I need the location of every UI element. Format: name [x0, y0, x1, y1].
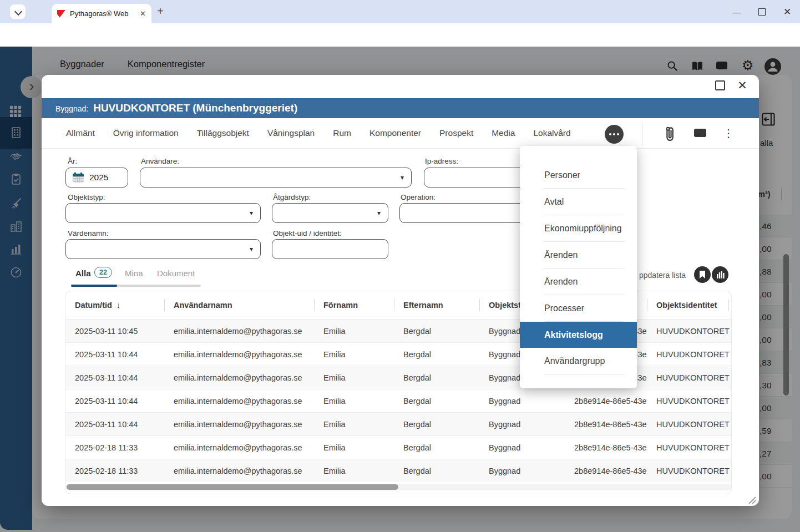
table-header-cell[interactable]: Användarnamn — [164, 301, 314, 310]
tab-dokument[interactable]: Dokument — [157, 268, 195, 278]
table-cell: Emilia — [314, 397, 394, 406]
table-cell: 2025-03-11 10:44 — [65, 397, 164, 406]
window-minimize-button[interactable]: — — [728, 3, 745, 20]
menu-divider — [544, 374, 624, 374]
tab-search-button[interactable] — [10, 4, 26, 19]
ellipsis-icon — [609, 133, 611, 135]
dialog-tab[interactable]: Media — [492, 128, 515, 138]
dialog-tab[interactable]: Rum — [333, 128, 351, 138]
tab-mina[interactable]: Mina — [125, 268, 143, 278]
sort-desc-icon[interactable]: ↓ — [117, 301, 120, 310]
table-horizontal-scrollbar-thumb[interactable] — [67, 484, 398, 490]
menu-item[interactable]: Användargrupp — [520, 348, 637, 374]
tab-close-icon[interactable]: ✕ — [140, 9, 146, 18]
table-cell: Emilia — [314, 327, 394, 336]
dialog-tab[interactable]: Tilläggsobjekt — [197, 128, 249, 138]
tab-alla[interactable]: Alla — [75, 268, 91, 278]
year-value: 2025 — [89, 173, 108, 183]
header-column-divider — [647, 299, 647, 311]
maximize-icon — [715, 80, 725, 90]
objecttype-label: Objektstyp: — [68, 193, 105, 201]
table-header-cell[interactable]: Objektsidentitet — [647, 301, 731, 310]
menu-item[interactable]: Ärenden — [520, 268, 637, 295]
comment-icon[interactable] — [694, 129, 706, 137]
table-row[interactable]: 2025-02-18 11:33emilia.internaldemo@pyth… — [65, 435, 731, 459]
table-cell: Bergdal — [394, 397, 479, 406]
menu-item[interactable]: Aktivitetslogg — [520, 322, 637, 348]
table-header-cell[interactable]: Förnamn — [314, 301, 394, 310]
menu-item[interactable]: Processer — [520, 295, 637, 321]
header-column-divider — [394, 299, 394, 311]
user-select[interactable]: ▾ — [140, 168, 412, 188]
valuename-label: Värdenamn: — [68, 229, 109, 237]
attachment-icon[interactable] — [662, 126, 677, 143]
table-cell: emilia.internaldemo@pythagoras.se — [164, 467, 314, 475]
table-cell: 2025-02-18 11:33 — [65, 443, 164, 452]
table-cell: emilia.internaldemo@pythagoras.se — [164, 373, 314, 382]
dialog-close-button[interactable]: ✕ — [734, 77, 751, 94]
table-cell: Bergdal — [394, 327, 479, 336]
table-header-cell[interactable]: Efternamn — [394, 301, 479, 310]
table-cell: 2025-03-11 10:45 — [65, 327, 164, 336]
table-row[interactable]: 2025-02-18 11:33emilia.internaldemo@pyth… — [65, 459, 731, 482]
resize-handle-icon[interactable] — [747, 495, 756, 504]
table-cell: HUVUDKONTORET — [647, 350, 731, 359]
menu-item[interactable]: Personer — [520, 162, 637, 188]
header-column-divider — [479, 299, 480, 311]
year-field[interactable]: 2025 — [65, 168, 128, 188]
table-row[interactable]: 2025-03-11 10:44emilia.internaldemo@pyth… — [65, 389, 731, 412]
table-cell: HUVUDKONTORET — [647, 467, 731, 475]
alla-count-badge: 22 — [94, 267, 112, 278]
table-cell: Emilia — [314, 467, 394, 475]
new-tab-button[interactable]: + — [157, 5, 164, 18]
table-row[interactable]: 2025-03-11 10:44emilia.internaldemo@pyth… — [65, 412, 731, 435]
table-cell: 2b8e914e-86e5-43e — [565, 467, 647, 475]
dialog-title: HUVUDKONTORET (Münchenbryggeriet) — [93, 98, 297, 118]
table-cell: 2b8e914e-86e5-43e — [565, 397, 647, 406]
table-cell: emilia.internaldemo@pythagoras.se — [164, 397, 314, 406]
objecttype-select[interactable]: ▾ — [65, 203, 261, 223]
browser-tab[interactable]: Pythagoras® Web ✕ — [52, 4, 151, 23]
dialog-tab[interactable]: Allmänt — [66, 128, 95, 138]
tab-title: Pythagoras® Web — [70, 9, 136, 18]
table-cell: HUVUDKONTORET — [647, 397, 731, 406]
chevron-down-icon: ▾ — [401, 174, 404, 181]
header-column-divider — [728, 299, 729, 311]
tab-underline-active — [71, 285, 117, 287]
dialog-tab[interactable]: Våningsplan — [267, 128, 315, 138]
dialog-tab[interactable]: Övrig information — [113, 128, 179, 138]
table-cell: Bergdal — [394, 420, 479, 429]
dialog-tab[interactable]: Lokalvård — [533, 128, 570, 138]
objectuid-field[interactable] — [272, 239, 388, 259]
window-maximize-button[interactable] — [753, 3, 770, 20]
table-header-cell[interactable]: Datum/tid↓ — [65, 301, 164, 310]
valuename-select[interactable]: ▾ — [65, 239, 261, 259]
dialog-menu-icon[interactable]: ⋮ — [723, 126, 734, 142]
bookmark-icon — [698, 270, 706, 279]
year-label: År: — [68, 157, 77, 165]
menu-item[interactable]: Ekonomiuppföljning — [520, 215, 637, 241]
table-cell: Bergdal — [394, 373, 479, 382]
table-cell: Byggnad — [479, 443, 565, 452]
columns-button[interactable] — [712, 266, 728, 283]
actiontype-select[interactable]: ▾ — [272, 203, 388, 223]
building-dialog: ✕ Byggnad: HUVUDKONTORET (Münchenbrygger… — [42, 75, 759, 506]
window-close-button[interactable]: ✕ — [779, 3, 796, 20]
table-cell: 2025-03-11 10:44 — [65, 350, 164, 359]
menu-item[interactable]: Ärenden — [520, 242, 637, 268]
dialog-tab[interactable]: Prospekt — [439, 128, 473, 138]
table-cell: HUVUDKONTORET — [647, 327, 731, 336]
dialog-tab[interactable]: Komponenter — [369, 128, 421, 138]
table-cell: Bergdal — [394, 350, 479, 359]
more-tabs-button[interactable] — [605, 125, 624, 144]
menu-item[interactable]: Avtal — [520, 189, 637, 215]
bookmark-button[interactable] — [694, 266, 711, 283]
table-cell: HUVUDKONTORET — [647, 420, 731, 429]
dialog-maximize-button[interactable] — [712, 77, 728, 94]
update-list-label[interactable]: ppdatera lista — [639, 271, 686, 280]
table-cell: Emilia — [314, 420, 394, 429]
table-cell: emilia.internaldemo@pythagoras.se — [164, 350, 314, 359]
chevron-down-icon: ▾ — [377, 209, 381, 217]
chevron-down-icon: ▾ — [250, 245, 253, 253]
table-cell: Emilia — [314, 350, 394, 359]
